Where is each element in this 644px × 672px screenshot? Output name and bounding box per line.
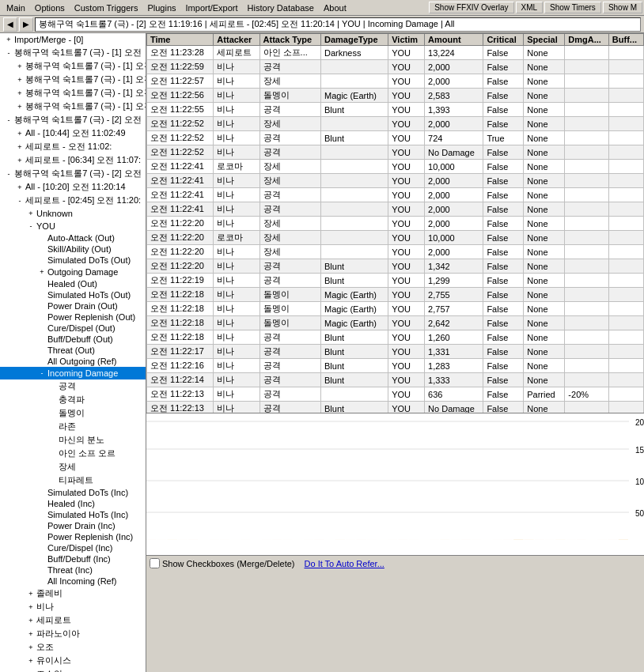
table-row[interactable]: 오전 11:22:16비나공격BluntYOU1,283FalseNone — [147, 359, 644, 373]
expand-icon[interactable]: + — [25, 602, 36, 613]
sidebar-item-zone1-sub1[interactable]: + 봉해구역 숙1트롤7 (극) - [1] 오전 — [0, 59, 146, 73]
sidebar-item-unknown[interactable]: + Unknown — [0, 207, 146, 220]
table-row[interactable]: 오전 11:22:52비나공격YOUNo DamageFalseNone — [147, 145, 644, 160]
col-amount[interactable]: Amount — [425, 34, 483, 46]
col-attack-type[interactable]: Attack Type — [259, 34, 320, 46]
sidebar-item-power-replenish-out[interactable]: Power Replenish (Out) — [0, 311, 146, 323]
sidebar-item-ojojo[interactable]: + 오조 — [0, 640, 146, 654]
sidebar-item-simulated-hots-inc[interactable]: Simulated HoTs (Inc) — [0, 509, 146, 520]
col-attacker[interactable]: Attacker — [214, 34, 259, 46]
table-row[interactable]: 오전 11:22:18비나돌멩이Magic (Earth)YOU2,755Fal… — [147, 288, 644, 302]
sidebar-item-healed-inc[interactable]: Healed (Inc) — [0, 498, 146, 509]
sidebar-item-incoming-dmg[interactable]: - Incoming Damage — [0, 367, 146, 379]
expand-icon[interactable]: - — [25, 221, 36, 232]
sidebar-item-tiparet[interactable]: 티파레트 — [0, 474, 146, 487]
sidebar-item-auto-attack-out[interactable]: Auto-Attack (Out) — [0, 232, 146, 244]
sidebar-item-simulated-hots-out[interactable]: Simulated HoTs (Out) — [0, 289, 146, 300]
table-row[interactable]: 오전 11:22:20로코마장세YOU10,000FalseNone — [147, 231, 644, 245]
menu-options[interactable]: Options — [30, 2, 70, 14]
sidebar-item-sep2[interactable]: + 세피로트 - [06:34] 오전 11:07: — [0, 153, 146, 167]
sidebar-item-jososen[interactable]: + 조소언 — [0, 667, 146, 672]
sidebar-item-jolebi[interactable]: + 졸레비 — [0, 587, 146, 600]
sidebar-item-ayins-soft[interactable]: 아인 소프 오르 — [0, 447, 146, 460]
sidebar-item-import-merge[interactable]: + Import/Merge - [0] — [0, 33, 146, 46]
sidebar-item-sep1[interactable]: + 세피로트 - 오전 11:02: — [0, 140, 146, 153]
sidebar-item-cure-dispel-inc[interactable]: Cure/Dispel (Inc) — [0, 542, 146, 553]
table-row[interactable]: 오전 11:22:56비나돌멩이Magic (Earth)YOU2,583Fal… — [147, 89, 644, 103]
expand-icon[interactable]: + — [25, 615, 36, 626]
sidebar-item-shockwave[interactable]: 충격파 — [0, 393, 146, 406]
back-button[interactable]: ◀ — [3, 17, 17, 32]
sidebar-item-outgoing-dmg[interactable]: + Outgoing Damage — [0, 266, 146, 278]
expand-icon[interactable]: - — [3, 115, 14, 126]
expand-icon[interactable]: + — [14, 88, 25, 99]
table-row[interactable]: 오전 11:22:20비나장세YOU2,000FalseNone — [147, 245, 644, 259]
menu-custom-triggers[interactable]: Custom Triggers — [70, 2, 143, 14]
menu-plugins[interactable]: Plugins — [142, 2, 180, 14]
sidebar-item-power-drain-inc[interactable]: Power Drain (Inc) — [0, 520, 146, 531]
table-row[interactable]: 오전 11:22:41비나장세YOU2,000FalseNone — [147, 174, 644, 188]
sidebar-item-all1[interactable]: + All - [10:44] 오전 11:02:49 — [0, 126, 146, 140]
table-row[interactable]: 오전 11:22:52비나공격BluntYOU724TrueNone — [147, 131, 644, 145]
expand-icon[interactable]: + — [36, 266, 47, 277]
sidebar-item-sep3[interactable]: - 세피로트 - [02:45] 오전 11:20: — [0, 194, 146, 207]
expand-icon[interactable]: + — [25, 669, 36, 673]
sidebar-item-zone1-sub4[interactable]: + 봉해구역 숙1트롤7 (극) - [1] 오전 — [0, 100, 146, 113]
data-table-wrapper[interactable]: Time Attacker Attack Type DamageType Vic… — [146, 33, 644, 413]
expand-icon[interactable]: + — [14, 74, 25, 85]
sidebar-item-all-incoming-ref[interactable]: All Incoming (Ref) — [0, 576, 146, 587]
sidebar-item-zone1-sub2[interactable]: + 봉해구역 숙1트롤7 (극) - [1] 오전 10:23:46 — [0, 73, 146, 86]
timers-button[interactable]: Show Timers — [544, 2, 601, 13]
expand-icon[interactable]: + — [25, 629, 36, 640]
sidebar-item-zone2-sub[interactable]: - 봉해구역 숙1트롤7 (극) - [2] 오전 — [0, 167, 146, 180]
sidebar-item-attack[interactable]: 공격 — [0, 379, 146, 393]
sidebar-item-simulated-dots-out[interactable]: Simulated DoTs (Out) — [0, 255, 146, 266]
sidebar-item-mashin-bunno[interactable]: 마신의 분노 — [0, 433, 146, 447]
show-checkboxes-input[interactable] — [150, 558, 160, 568]
expand-icon[interactable]: - — [3, 47, 14, 59]
expand-icon[interactable]: + — [25, 655, 36, 666]
table-row[interactable]: 오전 11:22:41비나공격YOU2,000FalseNone — [147, 188, 644, 202]
sidebar-item-threat-inc[interactable]: Threat (Inc) — [0, 564, 146, 576]
show-checkboxes-label[interactable]: Show Checkboxes (Merge/Delete) — [150, 558, 295, 568]
table-row[interactable]: 오전 11:23:28세피로트아인 소프...DarknessYOU13,224… — [147, 46, 644, 60]
table-row[interactable]: 오전 11:22:13비나공격YOU636FalseParried-20% — [147, 387, 644, 402]
expand-icon[interactable]: + — [25, 642, 36, 653]
expand-icon[interactable]: + — [3, 34, 14, 45]
overlay-button[interactable]: Show FFXIV Overlay — [429, 2, 513, 13]
sidebar-item-buff-debuff-out[interactable]: Buff/Debuff (Out) — [0, 334, 146, 345]
expand-icon[interactable]: + — [25, 588, 36, 599]
table-row[interactable]: 오전 11:22:17비나공격BluntYOU1,331FalseNone — [147, 345, 644, 359]
col-time[interactable]: Time — [147, 34, 214, 46]
sidebar-item-skill-out[interactable]: Skill/Ability (Out) — [0, 244, 146, 255]
expand-icon[interactable]: - — [36, 368, 47, 379]
col-special[interactable]: Special — [524, 34, 565, 46]
expand-icon[interactable]: - — [14, 195, 25, 206]
table-row[interactable]: 오전 11:22:20비나공격BluntYOU1,342FalseNone — [147, 259, 644, 274]
menu-about[interactable]: About — [319, 2, 351, 14]
table-row[interactable]: 오전 11:22:57비나장세YOU2,000FalseNone — [147, 74, 644, 89]
table-row[interactable]: 오전 11:22:13비나공격BluntYOUNo DamageFalseNon… — [147, 402, 644, 413]
sidebar-item-all-outgoing-ref[interactable]: All Outgoing (Ref) — [0, 356, 146, 367]
expand-icon[interactable]: + — [14, 61, 25, 72]
menu-import-export[interactable]: Import/Export — [181, 2, 243, 14]
sidebar-item-you[interactable]: - YOU — [0, 220, 146, 232]
table-row[interactable]: 오전 11:22:18비나공격BluntYOU1,260FalseNone — [147, 330, 644, 345]
sidebar-item-power-replenish-inc[interactable]: Power Replenish (Inc) — [0, 531, 146, 542]
sidebar-item-juisi[interactable]: + 유이시스 — [0, 654, 146, 667]
auto-refer-link[interactable]: Do It To Auto Refer... — [305, 559, 385, 568]
sidebar-item-zone2[interactable]: - 봉해구역 숙1트롤7 (극) - [2] 오전 — [0, 113, 146, 126]
sidebar-item-jangse[interactable]: 장세 — [0, 460, 146, 474]
table-row[interactable]: 오전 11:22:55비나공격BluntYOU1,393FalseNone — [147, 103, 644, 117]
expand-icon[interactable]: + — [14, 182, 25, 193]
table-row[interactable]: 오전 11:22:18비나돌멩이Magic (Earth)YOU2,757Fal… — [147, 302, 644, 316]
expand-icon[interactable]: + — [14, 155, 25, 166]
show-button[interactable]: Show M — [603, 2, 642, 13]
table-row[interactable]: 오전 11:22:19비나공격BluntYOU1,299FalseNone — [147, 274, 644, 288]
sidebar-item-threat-out[interactable]: Threat (Out) — [0, 345, 146, 356]
forward-button[interactable]: ▶ — [19, 17, 33, 32]
col-damage-type[interactable]: DamageType — [320, 34, 388, 46]
table-row[interactable]: 오전 11:22:18비나돌멩이Magic (Earth)YOU2,642Fal… — [147, 316, 644, 330]
table-row[interactable]: 오전 11:22:41비나공격YOU2,000FalseNone — [147, 202, 644, 217]
menu-history-database[interactable]: History Database — [243, 2, 319, 14]
